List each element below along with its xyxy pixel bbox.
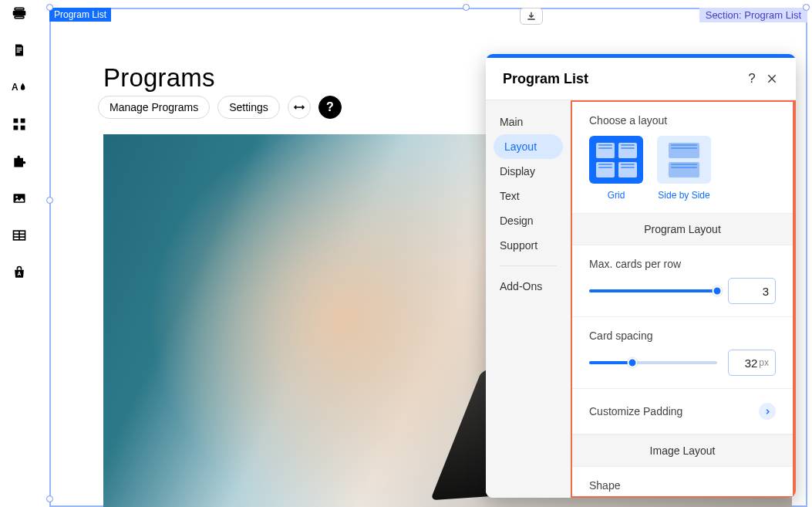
card-spacing-slider[interactable] bbox=[589, 361, 717, 364]
shape-label: Shape bbox=[589, 479, 776, 492]
puzzle-icon[interactable] bbox=[11, 153, 28, 170]
svg-rect-8 bbox=[21, 119, 25, 123]
choose-layout-label: Choose a layout bbox=[589, 114, 776, 127]
svg-text:A: A bbox=[18, 271, 22, 276]
layout-option-grid-label: Grid bbox=[608, 190, 625, 201]
image-layout-header: Image Layout bbox=[572, 434, 793, 467]
layers-icon[interactable] bbox=[11, 5, 28, 22]
component-toolbar: Manage Programs Settings ? bbox=[98, 96, 342, 119]
card-spacing-unit: px bbox=[759, 357, 769, 368]
svg-rect-4 bbox=[17, 49, 22, 50]
svg-point-12 bbox=[15, 196, 18, 198]
close-icon[interactable] bbox=[762, 69, 782, 89]
max-cards-label: Max. cards per row bbox=[589, 258, 776, 270]
layout-option-sidebyside[interactable]: Side by Side bbox=[657, 136, 711, 201]
page-icon[interactable] bbox=[11, 42, 28, 59]
svg-text:A: A bbox=[12, 82, 19, 93]
panel-header: Program List ? bbox=[486, 58, 796, 100]
left-rail: A A bbox=[0, 0, 39, 507]
sidebar-divider bbox=[500, 265, 557, 266]
svg-rect-3 bbox=[17, 48, 22, 49]
tab-layout[interactable]: Layout bbox=[494, 134, 563, 159]
customize-padding-row[interactable]: Customize Padding bbox=[572, 389, 793, 434]
tab-addons[interactable]: Add-Ons bbox=[486, 274, 571, 299]
section-tag[interactable]: Section: Program List bbox=[699, 8, 807, 22]
chevron-right-icon bbox=[759, 403, 776, 420]
settings-button[interactable]: Settings bbox=[217, 96, 280, 119]
svg-rect-9 bbox=[14, 126, 19, 130]
panel-title: Program List bbox=[503, 71, 742, 87]
image-icon[interactable] bbox=[11, 190, 28, 207]
card-spacing-input[interactable]: 32 px bbox=[728, 350, 776, 376]
tab-design[interactable]: Design bbox=[486, 208, 571, 233]
svg-rect-2 bbox=[15, 16, 24, 18]
panel-sidebar: Main Layout Display Text Design Support … bbox=[486, 100, 571, 498]
program-list-tag[interactable]: Program List bbox=[49, 8, 111, 22]
program-layout-header: Program Layout bbox=[572, 213, 793, 245]
settings-panel: Program List ? Main Layout Display Text … bbox=[486, 54, 796, 498]
table-icon[interactable] bbox=[11, 227, 28, 244]
panel-help-icon[interactable]: ? bbox=[742, 69, 762, 89]
max-cards-slider[interactable] bbox=[589, 289, 717, 292]
layout-option-sidebyside-label: Side by Side bbox=[658, 190, 709, 201]
svg-rect-7 bbox=[14, 119, 19, 123]
font-drop-icon[interactable]: A bbox=[11, 79, 28, 96]
tab-text[interactable]: Text bbox=[486, 184, 571, 208]
grid-icon[interactable] bbox=[11, 116, 28, 133]
card-spacing-value: 32 bbox=[745, 357, 758, 370]
help-button[interactable]: ? bbox=[318, 96, 342, 119]
resize-handle[interactable] bbox=[463, 4, 470, 11]
page-title: Programs bbox=[103, 63, 215, 93]
card-spacing-label: Card spacing bbox=[589, 330, 776, 342]
max-cards-input[interactable]: 3 bbox=[728, 278, 776, 304]
canvas: Program List Section: Program List Progr… bbox=[39, 0, 812, 507]
tab-support[interactable]: Support bbox=[486, 233, 571, 258]
resize-handle[interactable] bbox=[46, 495, 53, 502]
svg-rect-0 bbox=[14, 12, 25, 15]
import-button[interactable] bbox=[520, 8, 543, 25]
resize-handle[interactable] bbox=[803, 4, 810, 11]
svg-rect-10 bbox=[21, 126, 25, 130]
customize-padding-label: Customize Padding bbox=[589, 405, 682, 417]
stretch-button[interactable] bbox=[288, 96, 311, 119]
panel-content: Choose a layout Grid bbox=[571, 100, 796, 498]
manage-programs-button[interactable]: Manage Programs bbox=[98, 96, 210, 119]
tab-main[interactable]: Main bbox=[486, 110, 571, 134]
svg-rect-1 bbox=[15, 8, 24, 10]
resize-handle[interactable] bbox=[46, 197, 53, 204]
tab-display[interactable]: Display bbox=[486, 159, 571, 184]
resize-handle[interactable] bbox=[46, 4, 53, 11]
max-cards-value: 3 bbox=[763, 285, 769, 298]
svg-rect-5 bbox=[17, 52, 20, 52]
layout-option-grid[interactable]: Grid bbox=[589, 136, 643, 201]
store-icon[interactable]: A bbox=[11, 264, 28, 281]
